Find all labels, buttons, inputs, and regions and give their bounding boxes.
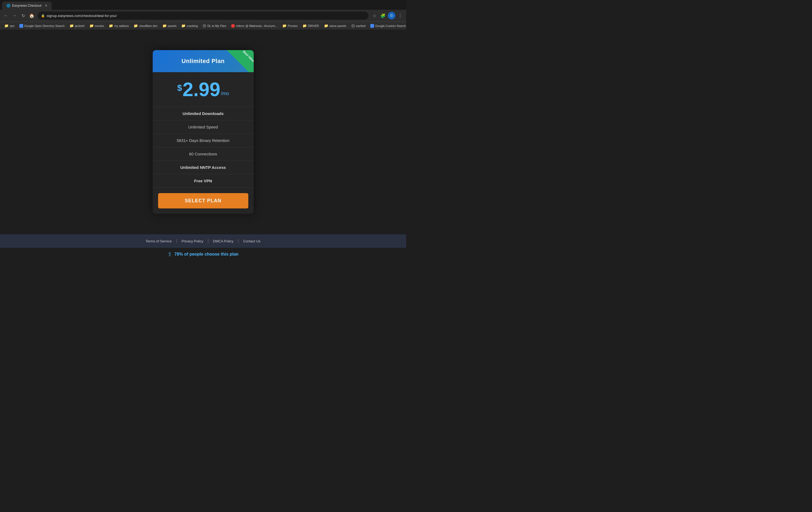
price-amount: 2.99 (183, 80, 220, 99)
star-icon[interactable]: ☆ (371, 12, 378, 19)
bookmark-google-open-dir[interactable]: Google Open Directory Search (17, 23, 67, 28)
bookmark-label: cached (356, 24, 366, 27)
back-button[interactable]: ← (2, 12, 10, 19)
privacy-policy-link[interactable]: Privacy Policy (181, 239, 203, 243)
address-bar[interactable]: 🔒 signup.easynews.com/checkout/deal-for-… (38, 11, 369, 20)
ribbon-label: Best Value (242, 50, 254, 63)
url-display: signup.easynews.com/checkout/deal-for-yo… (47, 14, 117, 18)
bookmark-driver[interactable]: 📁 DRIVER (300, 23, 321, 28)
folder-icon: 📁 (302, 24, 307, 28)
bookmark-favicon (203, 24, 206, 28)
tab-bar: 🌐 Easynews Checkout ✕ (0, 0, 406, 10)
main-content: Unlimited Plan Best Value $ 2.99 /mo Unl… (0, 30, 406, 234)
browser-actions: ☆ 🧩 G ⋮ (371, 12, 404, 19)
footer-separator-3: | (238, 238, 239, 244)
plan-title: Unlimited Plan (158, 58, 248, 65)
tab-close-icon[interactable]: ✕ (45, 4, 48, 7)
bookmark-favicon (351, 24, 355, 28)
profile-icon[interactable]: G (388, 12, 395, 19)
folder-icon: 📁 (181, 24, 185, 28)
contact-us-link[interactable]: Contact Us (243, 239, 260, 243)
bookmark-my-addons[interactable]: 📁 my addons (107, 23, 131, 28)
folder-icon: 📁 (69, 24, 74, 28)
footer-separator-2: | (208, 238, 209, 244)
bookmark-label: cloudflare dev (139, 24, 157, 27)
price-section: $ 2.99 /mo (153, 72, 254, 107)
price-dollar-sign: $ (177, 80, 182, 93)
bookmark-label: mikmc @ Mailnesia - Anonym... (236, 24, 278, 27)
bookmark-label: vpn (10, 24, 14, 27)
folder-icon: 📁 (282, 24, 287, 28)
folder-icon: 📁 (89, 24, 94, 28)
bookmark-label: cracking (186, 24, 198, 27)
refresh-button[interactable]: ↻ (20, 12, 27, 19)
feature-unlimited-speed: Unlimited Speed (153, 120, 254, 134)
select-plan-button[interactable]: SELECT PLAN (158, 193, 248, 208)
bookmark-name-panels[interactable]: 📁 name panels (322, 23, 348, 28)
card-header: Unlimited Plan Best Value (153, 50, 254, 72)
tab-favicon: 🌐 (6, 4, 10, 7)
nav-controls: ← → ↻ 🏠 (2, 12, 35, 19)
features-list: Unlimited Downloads Unlimited Speed 5831… (153, 107, 254, 188)
bookmark-movies[interactable]: 📁 movies (87, 23, 106, 28)
bookmark-label: DL to My Files (207, 24, 226, 27)
footer-separator-1: | (176, 238, 177, 244)
bookmark-label: Google Custom Search (375, 24, 406, 27)
bookmark-favicon (370, 24, 374, 28)
bookmark-jacketrt[interactable]: 📁 jacketrt (67, 23, 86, 28)
bookmark-label: panels (168, 24, 176, 27)
ribbon-corner (227, 50, 254, 72)
folder-icon: 📁 (109, 24, 113, 28)
bookmark-cloudflare-dev[interactable]: 📁 cloudflare dev (132, 23, 160, 28)
price-display: $ 2.99 /mo (158, 80, 248, 99)
bookmark-panels[interactable]: 📁 panels (160, 23, 179, 28)
feature-connections: 60 Connections (153, 147, 254, 161)
tab-title: Easynews Checkout (12, 4, 41, 7)
bookmark-label: jacketrt (75, 24, 84, 27)
home-button[interactable]: 🏠 (28, 12, 35, 19)
bookmark-favicon (20, 24, 23, 28)
pricing-card: Unlimited Plan Best Value $ 2.99 /mo Unl… (153, 50, 254, 214)
browser-chrome: 🌐 Easynews Checkout ✕ ← → ↻ 🏠 🔒 signup.e… (0, 0, 406, 30)
folder-icon: 📁 (163, 24, 167, 28)
bookmark-dl-to-my-files[interactable]: DL to My Files (200, 23, 228, 28)
bookmark-label: Proxies (288, 24, 298, 27)
bookmark-favicon (231, 24, 235, 28)
banner-arrow-icon: ⇧ (168, 251, 172, 257)
bookmark-label: Google Open Directory Search (24, 24, 65, 27)
feature-unlimited-downloads: Unlimited Downloads (153, 107, 254, 120)
dmca-policy-link[interactable]: DMCA Policy (213, 239, 233, 243)
bookmarks-bar: 📁 vpn Google Open Directory Search 📁 jac… (0, 22, 406, 30)
price-period: /mo (221, 91, 229, 99)
footer: Terms of Service | Privacy Policy | DMCA… (0, 234, 406, 248)
feature-binary-retention: 5831+ Days Binary Retention (153, 134, 254, 147)
address-bar-row: ← → ↻ 🏠 🔒 signup.easynews.com/checkout/d… (0, 10, 406, 22)
bookmark-google-custom-search[interactable]: Google Custom Search (368, 23, 406, 28)
active-tab[interactable]: 🌐 Easynews Checkout ✕ (2, 2, 52, 10)
banner-text: 78% of people choose this plan (174, 252, 238, 257)
extensions-icon[interactable]: 🧩 (379, 12, 387, 19)
terms-of-service-link[interactable]: Terms of Service (146, 239, 172, 243)
bookmark-proxies[interactable]: 📁 Proxies (280, 23, 300, 28)
feature-nntp-access: Unlimited NNTP Access (153, 161, 254, 174)
bookmark-cracking[interactable]: 📁 cracking (179, 23, 200, 28)
folder-icon: 📁 (134, 24, 138, 28)
folder-icon: 📁 (4, 24, 9, 28)
bookmark-label: name panels (329, 24, 346, 27)
bookmark-mikmc[interactable]: mikmc @ Mailnesia - Anonym... (229, 23, 280, 28)
bookmark-vpn[interactable]: 📁 vpn (2, 23, 17, 28)
folder-icon: 📁 (324, 24, 328, 28)
forward-button[interactable]: → (11, 12, 18, 19)
bookmark-label: DRIVER (308, 24, 319, 27)
select-plan-section: SELECT PLAN (153, 188, 254, 214)
bottom-banner: ⇧ 78% of people choose this plan (0, 248, 406, 261)
feature-free-vpn: Free VPN (153, 174, 254, 188)
bookmark-cached[interactable]: cached (349, 23, 368, 28)
bookmark-label: my addons (114, 24, 129, 27)
bookmark-label: movies (95, 24, 104, 27)
security-icon: 🔒 (41, 14, 45, 18)
menu-icon[interactable]: ⋮ (397, 12, 404, 19)
